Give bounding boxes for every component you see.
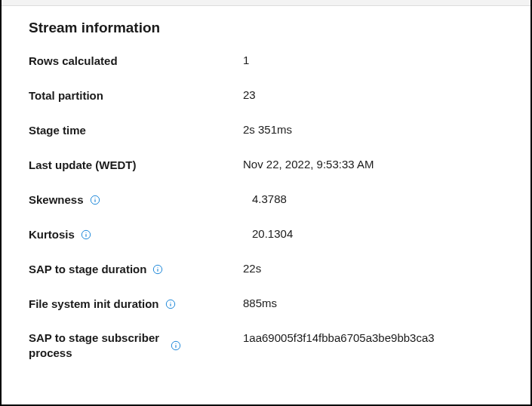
value-col: 2s 351ms — [210, 122, 503, 137]
content: Stream information Rows calculated1Total… — [2, 6, 530, 395]
value-col: 4.3788 — [210, 192, 503, 207]
row-label: Stage time — [29, 123, 86, 138]
row-label: SAP to stage subscriber process — [29, 331, 165, 361]
info-row: Total partition23 — [29, 88, 503, 104]
row-value: 4.3788 — [243, 192, 287, 205]
svg-point-14 — [175, 343, 176, 344]
row-label: Rows calculated — [29, 54, 118, 69]
info-row: Stage time2s 351ms — [29, 122, 503, 139]
value-col: Nov 22, 2022, 9:53:33 AM — [210, 157, 503, 172]
row-label: SAP to stage duration — [29, 262, 146, 277]
svg-point-5 — [85, 232, 86, 233]
row-value: 23 — [243, 88, 256, 101]
info-row: SAP to stage duration22s — [29, 261, 503, 278]
label-col: Last update (WEDT) — [29, 157, 210, 174]
info-row: Last update (WEDT)Nov 22, 2022, 9:53:33 … — [29, 157, 503, 174]
info-icon[interactable] — [165, 299, 176, 309]
value-col: 1aa69005f3f14fbba6705a3be9bb3ca3 — [210, 331, 503, 346]
value-col: 20.1304 — [210, 226, 503, 241]
rows-container: Rows calculated1Total partition23Stage t… — [29, 53, 503, 361]
label-col: Rows calculated — [29, 53, 210, 69]
info-row: Skewness4.3788 — [29, 192, 503, 208]
label-col: Skewness — [29, 192, 210, 208]
info-icon[interactable] — [90, 195, 100, 205]
value-col: 23 — [210, 88, 503, 103]
value-col: 22s — [210, 261, 503, 276]
label-col: File system init duration — [29, 296, 210, 312]
row-label: Total partition — [29, 88, 103, 103]
label-col: Total partition — [29, 88, 210, 104]
row-value: 1aa69005f3f14fbba6705a3be9bb3ca3 — [243, 331, 435, 344]
info-icon[interactable] — [152, 264, 163, 275]
page-title: Stream information — [29, 20, 503, 36]
row-label: Kurtosis — [29, 227, 75, 242]
info-icon[interactable] — [81, 229, 91, 240]
info-row: Kurtosis20.1304 — [29, 226, 503, 243]
row-label: File system init duration — [29, 297, 159, 312]
row-value: 22s — [243, 262, 261, 275]
label-col: Kurtosis — [29, 226, 210, 243]
value-col: 885ms — [210, 296, 503, 311]
row-value: Nov 22, 2022, 9:53:33 AM — [243, 158, 374, 171]
label-col: SAP to stage duration — [29, 261, 210, 278]
top-divider — [2, 0, 530, 6]
row-value: 885ms — [243, 297, 277, 309]
svg-point-11 — [170, 302, 171, 303]
svg-point-8 — [158, 267, 158, 268]
row-label: Last update (WEDT) — [29, 158, 137, 173]
info-row: File system init duration885ms — [29, 296, 503, 312]
row-value: 20.1304 — [243, 227, 293, 240]
stream-info-panel: Stream information Rows calculated1Total… — [0, 0, 532, 406]
svg-point-2 — [94, 198, 95, 198]
value-col: 1 — [210, 53, 503, 68]
info-row: SAP to stage subscriber process1aa69005f… — [29, 331, 503, 361]
label-col: Stage time — [29, 122, 210, 139]
row-value: 1 — [243, 54, 249, 66]
info-row: Rows calculated1 — [29, 53, 503, 69]
row-label: Skewness — [29, 192, 84, 208]
label-col: SAP to stage subscriber process — [29, 331, 210, 361]
info-icon[interactable] — [171, 340, 181, 351]
row-value: 2s 351ms — [243, 123, 292, 136]
